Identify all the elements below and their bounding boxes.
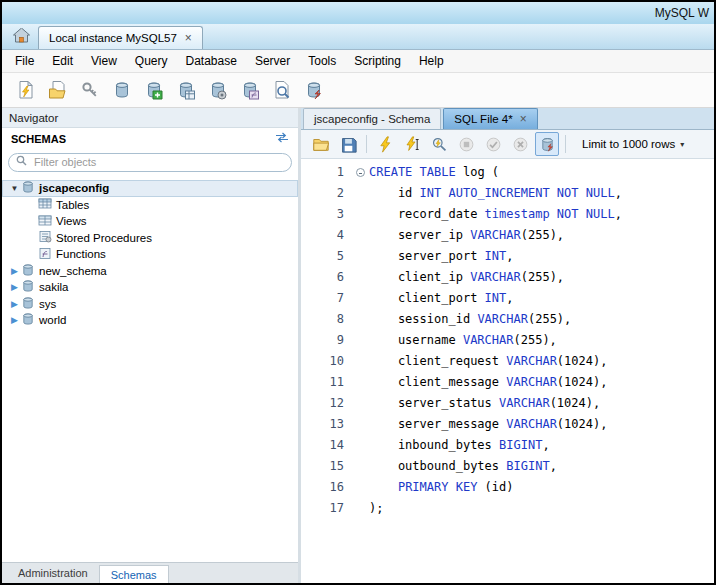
create-function-icon[interactable]: [236, 77, 263, 104]
code-text: client_request VARCHAR(1024),: [369, 351, 607, 372]
close-icon[interactable]: ×: [520, 113, 527, 125]
open-sql-script-icon[interactable]: [44, 77, 71, 104]
menu-item-file[interactable]: File: [6, 51, 43, 71]
tree-item-sys[interactable]: ▶ sys: [2, 296, 298, 313]
code-line[interactable]: id INT AUTO_INCREMENT NOT NULL,: [351, 183, 714, 204]
navigator-bottom-tabs: Administration Schemas: [2, 562, 298, 583]
line-number: 17: [301, 498, 344, 519]
filter-row: [2, 149, 298, 175]
open-file-icon[interactable]: [309, 132, 333, 156]
tree-item-functions[interactable]: Functions: [2, 246, 298, 263]
expand-arrow-icon[interactable]: ▶: [8, 266, 21, 276]
tab-administration[interactable]: Administration: [7, 563, 99, 583]
tree-item-tables[interactable]: Tables: [2, 197, 298, 214]
menu-item-query[interactable]: Query: [126, 51, 177, 71]
code-line[interactable]: inbound_bytes BIGINT,: [351, 435, 714, 456]
menu-item-help[interactable]: Help: [410, 51, 453, 71]
tab-schemas[interactable]: Schemas: [99, 565, 169, 583]
tree-item-label: Tables: [56, 199, 89, 211]
code-text: id INT AUTO_INCREMENT NOT NULL,: [369, 183, 622, 204]
code-line[interactable]: record_date timestamp NOT NULL,: [351, 204, 714, 225]
tree-item-new_schema[interactable]: ▶ new_schema: [2, 263, 298, 280]
create-schema-icon[interactable]: [108, 77, 135, 104]
main-toolbar: [2, 73, 714, 108]
expand-arrow-icon[interactable]: ▶: [8, 282, 21, 292]
tab-sql-file-4[interactable]: SQL File 4* ×: [443, 108, 537, 129]
refresh-icon[interactable]: [275, 132, 289, 145]
menu-item-tools[interactable]: Tools: [299, 51, 345, 71]
code-line[interactable]: client_request VARCHAR(1024),: [351, 351, 714, 372]
tree-item-sakila[interactable]: ▶ sakila: [2, 279, 298, 296]
menu-item-scripting[interactable]: Scripting: [345, 51, 410, 71]
tree-item-jscapeconfig[interactable]: ▼ jscapeconfig: [2, 180, 298, 197]
code-line[interactable]: server_status VARCHAR(1024),: [351, 393, 714, 414]
reconnect-dbms-icon[interactable]: [300, 77, 327, 104]
create-table-icon[interactable]: [140, 77, 167, 104]
menu-bar: FileEditViewQueryDatabaseServerToolsScri…: [2, 50, 714, 73]
connection-keychain-icon[interactable]: [76, 77, 103, 104]
tree-item-views[interactable]: Views: [2, 213, 298, 230]
code-line[interactable]: outbound_bytes BIGINT,: [351, 456, 714, 477]
code-line[interactable]: client_ip VARCHAR(255),: [351, 267, 714, 288]
code-line[interactable]: username VARCHAR(255),: [351, 330, 714, 351]
expand-arrow-icon[interactable]: ▶: [8, 315, 21, 325]
code-line[interactable]: CREATE TABLE log (: [351, 162, 714, 183]
tab-jscapeconfig-schema[interactable]: jscapeconfig - Schema: [303, 108, 441, 129]
navigator-panel: Navigator SCHEMAS: [2, 108, 298, 583]
execute-icon[interactable]: [373, 132, 397, 156]
close-icon[interactable]: ×: [185, 32, 192, 44]
stop-icon[interactable]: [454, 132, 478, 156]
filter-input[interactable]: [32, 155, 284, 169]
views-icon: [38, 214, 52, 229]
tree-item-world[interactable]: ▶ world: [2, 312, 298, 329]
create-view-icon[interactable]: [172, 77, 199, 104]
line-number: 3: [301, 204, 344, 225]
code-line[interactable]: client_message VARCHAR(1024),: [351, 372, 714, 393]
menu-item-edit[interactable]: Edit: [43, 51, 82, 71]
sql-editor-toolbar: Limit to 1000 rows ▾: [301, 130, 714, 159]
execute-current-statement-icon[interactable]: [400, 132, 424, 156]
code-text: username VARCHAR(255),: [369, 330, 557, 351]
explain-plan-icon[interactable]: [427, 132, 451, 156]
new-query-tab-icon[interactable]: [12, 77, 39, 104]
fold-spacer: [351, 267, 369, 288]
code-text: server_ip VARCHAR(255),: [369, 225, 564, 246]
search-icon: [16, 155, 27, 169]
row-limit-dropdown[interactable]: Limit to 1000 rows ▾: [576, 136, 690, 152]
commit-icon[interactable]: [481, 132, 505, 156]
window-titlebar[interactable]: MySQL W: [2, 2, 714, 24]
sql-code-editor[interactable]: 1234567891011121314151617 CREATE TABLE l…: [301, 159, 714, 583]
menu-item-server[interactable]: Server: [246, 51, 299, 71]
code-line[interactable]: PRIMARY KEY (id): [351, 477, 714, 498]
search-table-data-icon[interactable]: [268, 77, 295, 104]
save-icon[interactable]: [336, 132, 360, 156]
tree-item-stored-procedures[interactable]: Stored Procedures: [2, 230, 298, 247]
fold-spacer: [351, 246, 369, 267]
code-line[interactable]: );: [351, 498, 714, 519]
tree-item-label: sakila: [39, 281, 68, 293]
code-line[interactable]: server_port INT,: [351, 246, 714, 267]
home-tab[interactable]: [4, 25, 38, 49]
menu-item-view[interactable]: View: [82, 51, 126, 71]
code-line[interactable]: session_id VARCHAR(255),: [351, 309, 714, 330]
editor-tab-label: SQL File 4*: [454, 113, 512, 125]
stored-procedures-icon: [38, 230, 52, 245]
code-text: server_message VARCHAR(1024),: [369, 414, 607, 435]
fold-marker[interactable]: [351, 162, 369, 183]
rollback-icon[interactable]: [508, 132, 532, 156]
tree-item-label: new_schema: [39, 265, 107, 277]
code-line[interactable]: client_port INT,: [351, 288, 714, 309]
collapse-arrow-icon[interactable]: ▼: [8, 184, 21, 193]
connection-tabstrip: Local instance MySQL57 ×: [2, 24, 714, 50]
menu-item-database[interactable]: Database: [177, 51, 246, 71]
line-number: 16: [301, 477, 344, 498]
fold-spacer: [351, 393, 369, 414]
expand-arrow-icon[interactable]: ▶: [8, 299, 21, 309]
fold-collapse-icon[interactable]: [356, 168, 365, 177]
toggle-autocommit-icon[interactable]: [535, 132, 559, 156]
code-line[interactable]: server_message VARCHAR(1024),: [351, 414, 714, 435]
code-line[interactable]: server_ip VARCHAR(255),: [351, 225, 714, 246]
connection-tab[interactable]: Local instance MySQL57 ×: [38, 26, 203, 49]
create-procedure-icon[interactable]: [204, 77, 231, 104]
code-area[interactable]: CREATE TABLE log ( id INT AUTO_INCREMENT…: [351, 162, 714, 583]
